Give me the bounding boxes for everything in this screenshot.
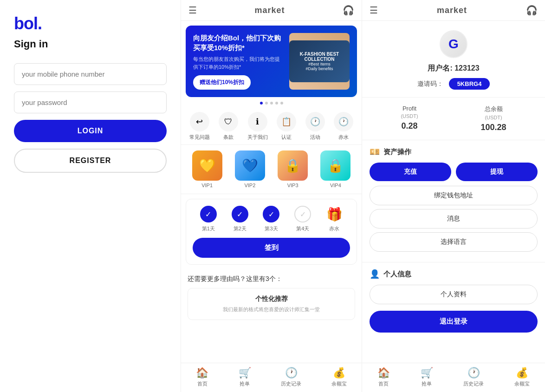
right-menu-icon[interactable]: ☰ bbox=[370, 5, 378, 16]
middle-bottom-nav: 🏠 首页 🛒 抢单 🕐 历史记录 💰 余额宝 bbox=[181, 363, 362, 392]
person-icon: 👤 bbox=[370, 269, 380, 279]
register-button[interactable]: REGISTER bbox=[14, 149, 167, 173]
right-balance-icon: 💰 bbox=[516, 367, 528, 379]
fashion-sub1: #Best Items bbox=[308, 62, 331, 66]
support-icon[interactable]: 🎧 bbox=[343, 5, 354, 16]
day1: ✓ 第1天 bbox=[200, 206, 217, 232]
banner-title: 向朋友介绍Bol，他们下次购买享受10%折扣* bbox=[193, 33, 285, 52]
right-support-icon[interactable]: 🎧 bbox=[526, 5, 538, 16]
vip3-badge: 🔒 bbox=[278, 150, 308, 181]
right-content: G 用户名: 123123 邀请码： 5KBRG4 Profit (USDT) … bbox=[362, 21, 545, 363]
gmarket-logo: G bbox=[440, 30, 467, 58]
dot-1 bbox=[260, 102, 263, 105]
nav-home[interactable]: 🏠 首页 bbox=[196, 367, 208, 387]
personal-title-row: 👤 个人信息 bbox=[370, 269, 538, 279]
vip3-card[interactable]: 🔒 VIP3 bbox=[278, 150, 308, 188]
nav-balance[interactable]: 💰 余额宝 bbox=[331, 367, 347, 387]
auth-label: 认证 bbox=[281, 134, 292, 141]
right-home-icon: 🏠 bbox=[377, 367, 390, 379]
login-button[interactable]: LOGIN bbox=[14, 120, 167, 142]
deposit-button[interactable]: 充值 bbox=[370, 163, 451, 181]
right-nav-grab-label: 抢单 bbox=[422, 380, 432, 387]
checkin-button[interactable]: 签到 bbox=[193, 238, 350, 258]
nav-grab[interactable]: 🛒 抢单 bbox=[239, 367, 251, 387]
asset-section: 💴 资产操作 充值 提现 绑定钱包地址 消息 选择语言 bbox=[362, 140, 545, 262]
bind-wallet-button[interactable]: 绑定钱包地址 bbox=[370, 186, 538, 205]
profit-stat: Profit (USDT) 0.28 bbox=[401, 105, 418, 132]
history-icon: 🕐 bbox=[285, 367, 298, 379]
banner-description: 每当您的朋友首次购买，我们将为您提供下订单的10%折扣* bbox=[193, 55, 285, 71]
auth-icon: 📋 bbox=[277, 112, 296, 131]
profile-button[interactable]: 个人资料 bbox=[370, 285, 538, 304]
gmarket-profile: G 用户名: 123123 邀请码： 5KBRG4 bbox=[362, 21, 545, 98]
vip2-card[interactable]: 💙 VIP2 bbox=[235, 150, 265, 188]
vip1-card[interactable]: 💛 VIP1 bbox=[192, 150, 222, 188]
activity-label: 活动 bbox=[310, 134, 320, 141]
reasons-section: 还需要更多理由吗？这里有3个： 个性化推荐 我们最新的格式将您喜爱的设计师汇集一… bbox=[181, 269, 362, 326]
right-nav-grab[interactable]: 🛒 抢单 bbox=[421, 367, 433, 387]
icon-menu: ↩ 常见问题 🛡 条款 ℹ 关于我们 📋 认证 🕐 活动 🕐 赤水 bbox=[181, 105, 362, 145]
icon-terms[interactable]: 🛡 条款 bbox=[219, 112, 238, 141]
water-icon: 🕐 bbox=[334, 112, 353, 131]
activity-icon: 🕐 bbox=[305, 112, 325, 131]
invite-row: 邀请码： 5KBRG4 bbox=[370, 78, 538, 90]
right-nav-balance-label: 余额宝 bbox=[514, 380, 530, 387]
icon-about[interactable]: ℹ 关于我们 bbox=[247, 112, 268, 141]
message-button[interactable]: 消息 bbox=[370, 209, 538, 229]
mobile-input[interactable] bbox=[14, 63, 167, 85]
icon-activity[interactable]: 🕐 活动 bbox=[305, 112, 325, 141]
profit-label: Profit bbox=[401, 105, 418, 112]
withdraw-button[interactable]: 提现 bbox=[456, 163, 538, 181]
personal-section: 👤 个人信息 个人资料 退出登录 bbox=[362, 262, 545, 339]
vip1-name: VIP1 bbox=[201, 183, 213, 188]
banner-cta-button[interactable]: 赠送他们10%折扣 bbox=[193, 75, 251, 90]
personal-title-text: 个人信息 bbox=[383, 270, 411, 279]
dot-4 bbox=[275, 102, 278, 105]
day1-label: 第1天 bbox=[202, 225, 215, 232]
right-nav-home[interactable]: 🏠 首页 bbox=[377, 367, 390, 387]
right-nav-balance[interactable]: 💰 余额宝 bbox=[514, 367, 530, 387]
dot-5 bbox=[280, 102, 283, 105]
day2-label: 第2天 bbox=[234, 225, 247, 232]
gift-label: 赤水 bbox=[329, 225, 339, 232]
middle-panel: ☰ market 🎧 向朋友介绍Bol，他们下次购买享受10%折扣* 每当您的朋… bbox=[181, 0, 362, 392]
vip-section: 💛 VIP1 💙 VIP2 🔒 VIP3 🔒 VIP4 bbox=[181, 145, 362, 194]
reason-card-title: 个性化推荐 bbox=[195, 295, 348, 303]
water-label: 赤水 bbox=[338, 134, 349, 141]
icon-faq[interactable]: ↩ 常见问题 bbox=[189, 112, 210, 141]
language-button[interactable]: 选择语言 bbox=[370, 232, 538, 252]
dot-2 bbox=[265, 102, 268, 105]
logout-button[interactable]: 退出登录 bbox=[370, 311, 538, 333]
nav-history[interactable]: 🕐 历史记录 bbox=[281, 367, 301, 387]
username-display: 用户名: 123123 bbox=[370, 64, 538, 73]
total-label: 总余额 bbox=[481, 105, 506, 113]
faq-label: 常见问题 bbox=[189, 134, 210, 141]
about-label: 关于我们 bbox=[247, 134, 268, 141]
right-nav-history[interactable]: 🕐 历史记录 bbox=[463, 367, 484, 387]
password-input[interactable] bbox=[14, 91, 167, 113]
asset-icon: 💴 bbox=[370, 147, 380, 157]
reason-card-desc: 我们最新的格式将您喜爱的设计师汇集一堂 bbox=[195, 306, 348, 313]
promo-banner: 向朋友介绍Bol，他们下次购买享受10%折扣* 每当您的朋友首次购买，我们将为您… bbox=[186, 26, 357, 97]
vip4-card[interactable]: 🔒 VIP4 bbox=[320, 150, 350, 188]
right-history-icon: 🕐 bbox=[467, 367, 480, 379]
total-stat: 总余额 (USDT) 100.28 bbox=[481, 105, 506, 132]
profit-value: 0.28 bbox=[401, 121, 418, 131]
right-header: ☰ market 🎧 bbox=[362, 0, 545, 21]
gmarket-logo-letter: G bbox=[448, 37, 459, 52]
app-logo: bol. bbox=[14, 14, 167, 33]
right-bottom-nav: 🏠 首页 🛒 抢单 🕐 历史记录 💰 余额宝 bbox=[362, 363, 545, 392]
vip4-name: VIP4 bbox=[330, 183, 341, 188]
signin-title: Sign in bbox=[14, 38, 167, 50]
middle-header: ☰ market 🎧 bbox=[181, 0, 362, 21]
terms-icon: 🛡 bbox=[219, 112, 238, 131]
about-icon: ℹ bbox=[248, 112, 267, 131]
icon-water[interactable]: 🕐 赤水 bbox=[334, 112, 353, 141]
nav-home-label: 首页 bbox=[197, 380, 208, 387]
banner-image: K-FASHION BEST COLLECTION #Best Items #D… bbox=[289, 33, 350, 90]
icon-auth[interactable]: 📋 认证 bbox=[277, 112, 296, 141]
fashion-title: K-FASHION BEST COLLECTION bbox=[289, 52, 350, 62]
day3-check: ✓ bbox=[263, 206, 279, 222]
menu-icon[interactable]: ☰ bbox=[188, 5, 197, 16]
day-gift: 🎁 赤水 bbox=[326, 206, 343, 232]
